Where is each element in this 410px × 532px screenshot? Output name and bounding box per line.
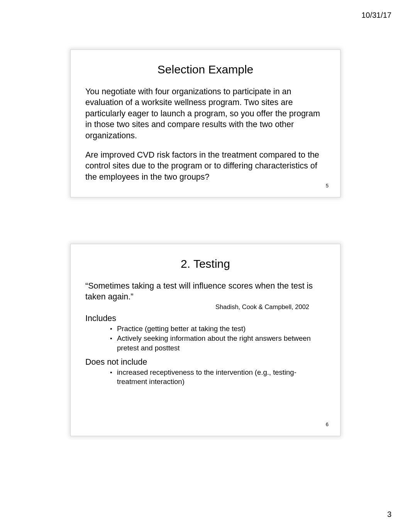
slides-container: Selection Example You negotiate with fou… — [70, 49, 341, 483]
slide-citation: Shadish, Cook & Campbell, 2002 — [85, 303, 325, 311]
bullet-icon: ▪ — [110, 368, 117, 377]
bullet-list-includes: ▪ Practice (getting better at taking the… — [110, 324, 325, 353]
bullet-icon: ▪ — [110, 334, 117, 343]
list-item: ▪ increased receptiveness to the interve… — [110, 368, 325, 387]
bullet-list-doesnot: ▪ increased receptiveness to the interve… — [110, 368, 325, 387]
slide-testing: 2. Testing “Sometimes taking a test will… — [70, 244, 341, 436]
section-heading-includes: Includes — [85, 314, 325, 323]
page-number: 3 — [387, 510, 391, 519]
slide-number: 5 — [326, 183, 329, 189]
bullet-text: increased receptiveness to the intervent… — [117, 368, 325, 387]
list-item: ▪ Practice (getting better at taking the… — [110, 324, 325, 333]
list-item: ▪ Actively seeking information about the… — [110, 334, 325, 353]
slide-number: 6 — [326, 422, 329, 427]
bullet-icon: ▪ — [110, 324, 117, 333]
bullet-text: Actively seeking information about the r… — [117, 334, 325, 353]
bullet-text: Practice (getting better at taking the t… — [117, 324, 325, 333]
slide-title: Selection Example — [85, 63, 325, 76]
slide-selection-example: Selection Example You negotiate with fou… — [70, 49, 341, 197]
slide-quote: “Sometimes taking a test will influence … — [85, 280, 325, 303]
slide-title: 2. Testing — [85, 257, 325, 270]
header-date: 10/31/17 — [361, 11, 391, 20]
slide-paragraph: Are improved CVD risk factors in the tre… — [85, 150, 325, 182]
slide-paragraph: You negotiate with four organizations to… — [85, 86, 325, 141]
section-heading-doesnot: Does not include — [85, 357, 325, 367]
